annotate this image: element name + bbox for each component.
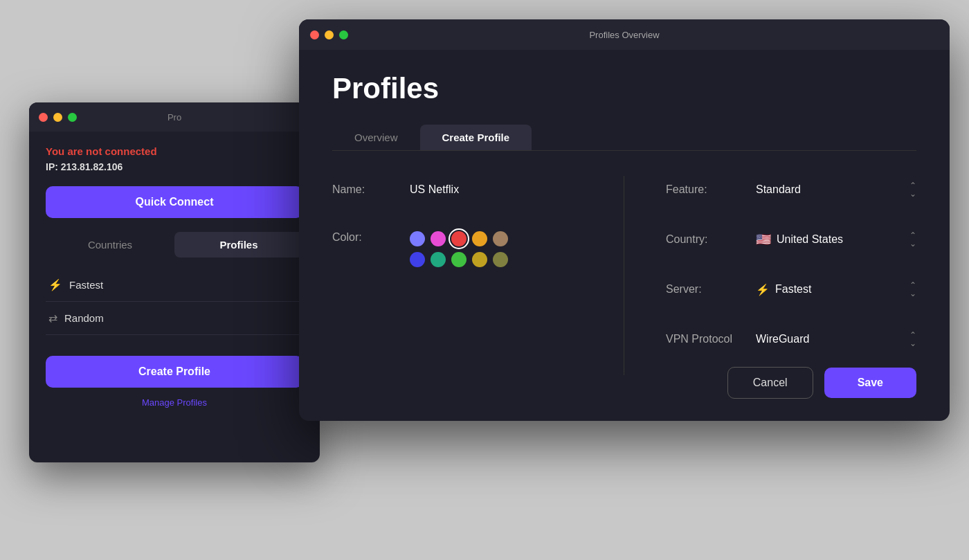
maximize-button[interactable] (68, 113, 77, 122)
fg-close-button[interactable] (310, 30, 319, 39)
tab-overview[interactable]: Overview (332, 125, 420, 150)
create-profile-button[interactable]: Create Profile (46, 356, 303, 388)
country-value: 🇺🇸 United States ⌃⌄ (756, 231, 916, 248)
server-label: Server: (666, 283, 756, 296)
color-dot-1[interactable] (431, 231, 446, 246)
tab-profiles[interactable]: Profiles (174, 232, 303, 258)
random-icon: ⇄ (48, 311, 57, 325)
random-label: Random (64, 312, 104, 324)
feature-row: Feature: Standard ⌃⌄ (666, 176, 916, 204)
color-dot-8[interactable] (472, 252, 487, 267)
quick-connect-button[interactable]: Quick Connect (46, 186, 303, 218)
profiles-window: Profiles Overview Profiles Overview Crea… (299, 19, 950, 421)
ip-value: 213.81.82.106 (61, 161, 123, 172)
country-name: United States (777, 233, 843, 246)
color-dot-0[interactable] (410, 231, 425, 246)
protocol-stepper[interactable]: ⌃⌄ (909, 331, 916, 347)
tab-create-profile[interactable]: Create Profile (420, 125, 532, 150)
profile-list: ⚡ Fastest ⇄ Random (46, 269, 303, 335)
ip-display: IP: 213.81.82.106 (46, 161, 303, 172)
minimize-button[interactable] (53, 113, 62, 122)
color-picker (410, 231, 520, 267)
country-row: Country: 🇺🇸 United States ⌃⌄ (666, 226, 916, 253)
color-dot-5[interactable] (410, 252, 425, 267)
name-value: US Netflix (410, 183, 459, 196)
cancel-button[interactable]: Cancel (727, 367, 813, 399)
color-dot-7[interactable] (451, 252, 467, 267)
color-dot-3[interactable] (472, 231, 487, 246)
feature-stepper[interactable]: ⌃⌄ (909, 181, 916, 198)
footer-buttons: Cancel Save (727, 367, 916, 399)
name-row: Name: US Netflix (332, 176, 582, 204)
list-item[interactable]: ⚡ Fastest (46, 269, 303, 302)
save-button[interactable]: Save (824, 368, 916, 398)
feature-label: Feature: (666, 183, 756, 196)
form-left-column: Name: US Netflix Color: (332, 176, 624, 375)
name-label: Name: (332, 183, 388, 196)
fg-window-title: Profiles Overview (589, 30, 659, 40)
fg-tabs: Overview Create Profile (332, 125, 916, 151)
bg-vpn-window: Pro You are not connected IP: 213.81.82.… (29, 102, 320, 462)
color-dot-2[interactable] (451, 231, 467, 246)
server-row: Server: ⚡ Fastest ⌃⌄ (666, 276, 916, 303)
fastest-label: Fastest (69, 279, 103, 291)
fastest-icon: ⚡ (48, 278, 62, 291)
bolt-icon: ⚡ (756, 283, 770, 296)
country-label: Country: (666, 233, 756, 246)
color-row: Color: (332, 228, 582, 267)
color-dot-9[interactable] (493, 252, 508, 267)
fg-title-bar: Profiles Overview (299, 19, 950, 50)
server-value: ⚡ Fastest ⌃⌄ (756, 281, 916, 298)
tab-countries[interactable]: Countries (46, 232, 174, 258)
vpn-protocol-label: VPN Protocol (666, 333, 756, 345)
country-flag: 🇺🇸 (756, 232, 771, 247)
list-item[interactable]: ⇄ Random (46, 302, 303, 335)
server-stepper[interactable]: ⌃⌄ (909, 281, 916, 298)
page-title: Profiles (332, 72, 916, 105)
connection-status: You are not connected (46, 145, 303, 157)
vpn-protocol-row: VPN Protocol WireGuard ⌃⌄ (666, 325, 916, 353)
bg-title-bar: Pro (29, 102, 320, 132)
feature-value: Standard ⌃⌄ (756, 181, 916, 198)
color-dot-6[interactable] (431, 252, 446, 267)
fg-maximize-button[interactable] (339, 30, 348, 39)
vpn-protocol-value: WireGuard ⌃⌄ (756, 331, 916, 347)
color-label: Color: (332, 231, 388, 244)
form-right-column: Feature: Standard ⌃⌄ Country: 🇺🇸 United … (624, 176, 916, 375)
bg-window-title: Pro (167, 112, 181, 123)
country-stepper[interactable]: ⌃⌄ (909, 231, 916, 248)
fg-minimize-button[interactable] (325, 30, 334, 39)
main-tabs: Countries Profiles › (46, 232, 303, 258)
close-button[interactable] (39, 113, 48, 122)
color-dot-4[interactable] (493, 231, 508, 246)
manage-profiles-link[interactable]: Manage Profiles (46, 397, 303, 408)
create-profile-form: Name: US Netflix Color: Feature: Standar… (332, 176, 916, 375)
